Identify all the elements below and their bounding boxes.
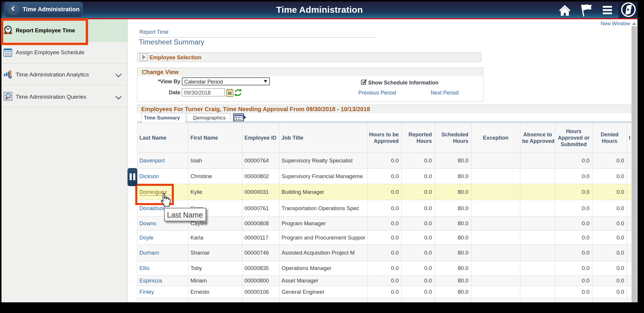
svg-text:31: 31 [228,91,232,95]
